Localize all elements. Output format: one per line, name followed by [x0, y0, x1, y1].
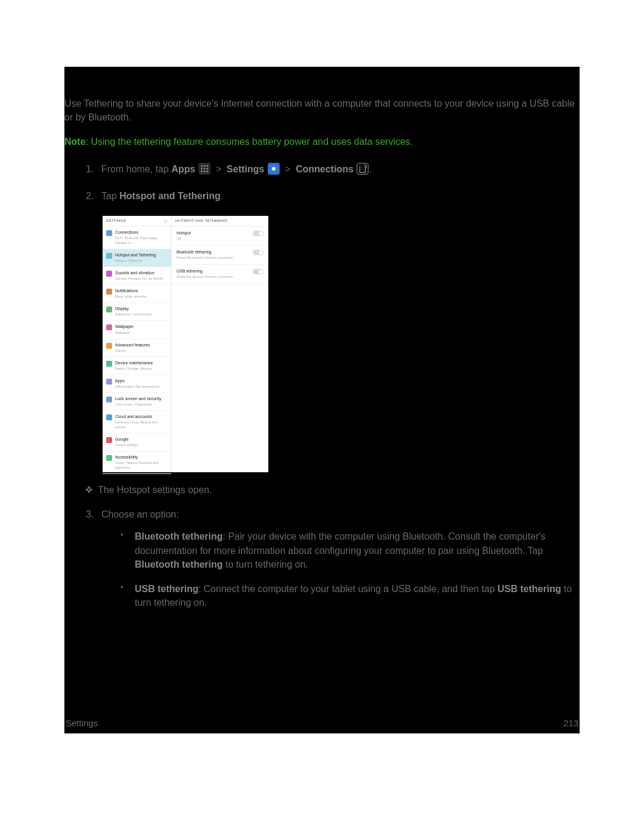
shot-settings-header: SETTINGS ⌕ — [103, 216, 171, 227]
step-2-pre: Tap — [101, 191, 119, 201]
shot-left-row: WallpaperWallpaper — [103, 321, 171, 339]
step-3: 3. Choose an option: Bluetooth tethering… — [86, 507, 580, 609]
shot-settings-title: SETTINGS — [106, 218, 126, 224]
page-footer: Settings 213 — [66, 717, 578, 730]
manual-page: Use Tethering to share your device's Int… — [64, 67, 580, 733]
step-1-number: 1. — [86, 162, 94, 176]
shot-left-row: AccessibilityVision, Hearing, Dexterity … — [103, 451, 171, 474]
apps-icon — [199, 163, 210, 175]
settings-label: Settings — [227, 164, 264, 174]
sep-1: > — [213, 164, 227, 174]
connections-label: Connections — [296, 164, 354, 174]
intro-text: Use Tethering to share your device's Int… — [64, 78, 580, 124]
toggle-icon — [253, 231, 264, 236]
usb-bold: USB tethering — [497, 584, 561, 594]
step-3-text: Choose an option: — [101, 509, 179, 519]
note-text: : Using the tethering feature consumes b… — [86, 137, 413, 147]
shot-left-row: AppsDefault apps, App permissions — [103, 375, 171, 393]
hotspot-tethering-label: Hotspot and Tethering — [119, 191, 220, 201]
toggle-icon — [253, 269, 264, 274]
step-1-pre: From home, tap — [101, 164, 171, 174]
option-usb: USB tethering: Connect the computer to y… — [118, 582, 580, 609]
shot-left-row: DisplayBrightness, Home screen — [103, 303, 171, 321]
shot-right-pane: HOTSPOT AND TETHERING HotspotOffBluetoot… — [172, 216, 268, 472]
footer-page-number: 213 — [564, 717, 578, 730]
shot-left-row: Hotspot and TetheringHotspot, Tethering — [103, 249, 171, 267]
shot-left-row: Lock screen and securityLock screen, Fin… — [103, 393, 171, 411]
shot-left-row: Advanced featuresGames — [103, 339, 171, 357]
shot-left-row: GoogleGoogle settings — [103, 433, 171, 451]
diamond-bullet-icon: ❖ — [85, 483, 98, 497]
options-list: Bluetooth tethering: Pair your device wi… — [118, 529, 580, 609]
option-bluetooth: Bluetooth tethering: Pair your device wi… — [118, 529, 580, 571]
shot-right-row: Bluetooth tetheringShare this device's I… — [172, 246, 268, 265]
apps-label: Apps — [171, 164, 195, 174]
note-label: Note — [64, 137, 86, 147]
shot-left-row: Sounds and vibrationSounds, Vibration, D… — [103, 267, 171, 285]
shot-right-row: USB tetheringShare this device's Interne… — [172, 265, 268, 284]
bt-text-c: to turn tethering on. — [223, 559, 308, 569]
shot-left-row: Cloud and accountsSamsung Cloud, Backup … — [103, 411, 171, 433]
bt-title: Bluetooth tethering — [135, 531, 223, 541]
steps-list-2: 3. Choose an option: Bluetooth tethering… — [64, 507, 580, 609]
steps-list: 1. From home, tap Apps > Settings > Conn… — [64, 162, 580, 203]
step-3-number: 3. — [86, 507, 94, 521]
gear-icon — [268, 163, 280, 175]
shot-right-title: HOTSPOT AND TETHERING — [175, 218, 228, 224]
toggle-icon — [253, 250, 264, 255]
step-1: 1. From home, tap Apps > Settings > Conn… — [86, 162, 580, 176]
shot-right-header: HOTSPOT AND TETHERING — [172, 216, 268, 227]
usb-text-a: : Connect the computer to your tablet us… — [199, 584, 498, 594]
shot-left-pane: SETTINGS ⌕ ConnectionsWi-Fi, Bluetooth, … — [103, 216, 172, 472]
connections-icon — [357, 163, 369, 175]
footer-section: Settings — [66, 717, 98, 730]
shot-left-row: ConnectionsWi-Fi, Bluetooth, Data usage,… — [103, 227, 171, 249]
search-icon: ⌕ — [164, 218, 168, 224]
shot-left-row: NotificationsBlock, allow, prioritize — [103, 285, 171, 303]
step-2: 2. Tap Hotspot and Tethering. — [86, 189, 580, 203]
result-text: The Hotspot settings open. — [98, 485, 212, 495]
step-2-tail: . — [221, 191, 223, 201]
embedded-screenshot: SETTINGS ⌕ ConnectionsWi-Fi, Bluetooth, … — [103, 216, 268, 472]
step-2-result: ❖The Hotspot settings open. — [85, 483, 580, 497]
step-1-tail: . — [369, 164, 371, 174]
sep-2: > — [283, 164, 296, 174]
shot-right-row: HotspotOff — [172, 227, 268, 246]
note-line: Note: Using the tethering feature consum… — [64, 135, 578, 148]
bt-bold: Bluetooth tethering — [135, 559, 223, 569]
shot-left-row: Device maintenanceBattery, Storage, Memo… — [103, 357, 171, 375]
step-2-number: 2. — [86, 189, 94, 203]
usb-title: USB tethering — [135, 584, 199, 594]
